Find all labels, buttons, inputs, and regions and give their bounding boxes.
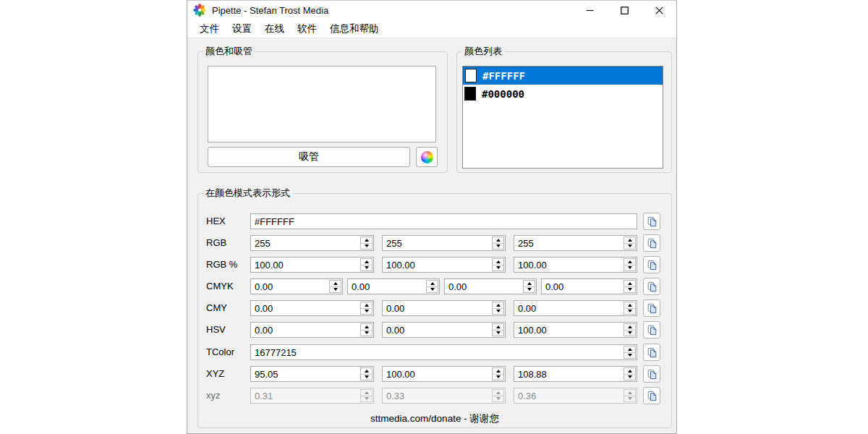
hsv-s-input[interactable] <box>383 323 491 337</box>
spin-down-icon[interactable] <box>361 265 372 271</box>
spin-down-icon[interactable] <box>493 309 503 315</box>
maximize-button[interactable] <box>607 1 642 20</box>
xyz-x-field[interactable] <box>250 366 374 382</box>
cmy-y-field[interactable] <box>514 300 637 316</box>
rgb-r-input[interactable] <box>251 236 359 250</box>
cmyk-m-input[interactable] <box>348 279 425 294</box>
hsv-h-input[interactable] <box>251 323 359 337</box>
spin-down-icon[interactable] <box>624 244 635 250</box>
spinner[interactable] <box>329 280 341 293</box>
spin-up-icon[interactable] <box>493 259 503 265</box>
spin-up-icon[interactable] <box>493 324 503 331</box>
xyz-z-field[interactable] <box>514 366 637 382</box>
spin-up-icon[interactable] <box>361 237 372 244</box>
spin-down-icon[interactable] <box>624 287 635 293</box>
spin-down-icon[interactable] <box>624 353 635 359</box>
spin-up-icon[interactable] <box>624 346 635 353</box>
copy-button-rgb-percent[interactable] <box>643 256 660 273</box>
spin-up-icon[interactable] <box>624 324 635 331</box>
copy-button-rgb[interactable] <box>643 234 660 252</box>
cmy-c-field[interactable] <box>250 300 374 316</box>
spin-up-icon[interactable] <box>361 368 372 375</box>
rgbp-r-input[interactable] <box>251 258 359 272</box>
spin-down-icon[interactable] <box>624 309 635 315</box>
spin-down-icon[interactable] <box>624 265 635 271</box>
spinner[interactable] <box>492 367 504 380</box>
spinner[interactable] <box>624 280 636 293</box>
spinner[interactable] <box>624 367 636 380</box>
cmy-m-field[interactable] <box>382 300 506 316</box>
list-item[interactable]: #000000 <box>463 85 663 103</box>
hsv-v-input[interactable] <box>514 323 623 337</box>
cmy-m-input[interactable] <box>383 301 491 315</box>
spinner[interactable] <box>360 258 373 271</box>
spin-up-icon[interactable] <box>624 237 635 244</box>
rgbp-b-input[interactable] <box>514 258 623 272</box>
rgb-b-input[interactable] <box>514 236 623 250</box>
spin-up-icon[interactable] <box>624 368 635 375</box>
copy-button-tcolor[interactable] <box>643 344 660 361</box>
spin-down-icon[interactable] <box>624 375 635 380</box>
spin-down-icon[interactable] <box>427 287 438 293</box>
spin-up-icon[interactable] <box>524 281 535 287</box>
spinner[interactable] <box>492 302 504 315</box>
spin-up-icon[interactable] <box>361 259 372 265</box>
spinner[interactable] <box>360 323 373 336</box>
spinner[interactable] <box>624 237 636 250</box>
spin-up-icon[interactable] <box>624 281 635 287</box>
rgb-g-input[interactable] <box>383 236 491 250</box>
menu-item-online[interactable]: 在线 <box>265 22 284 35</box>
pipette-button[interactable]: 吸管 <box>208 147 410 167</box>
spinner[interactable] <box>426 280 438 293</box>
close-button[interactable] <box>642 1 676 20</box>
spin-up-icon[interactable] <box>361 302 372 309</box>
spin-down-icon[interactable] <box>493 331 503 336</box>
spin-down-icon[interactable] <box>361 331 372 336</box>
spinner[interactable] <box>492 323 504 336</box>
spin-down-icon[interactable] <box>624 331 635 336</box>
spin-down-icon[interactable] <box>330 287 341 293</box>
tcolor-field[interactable] <box>250 344 637 360</box>
copy-button-cmy[interactable] <box>643 299 660 317</box>
copy-button-hex[interactable] <box>643 213 660 230</box>
cmyk-y-input[interactable] <box>445 279 522 294</box>
titlebar[interactable]: Pipette - Stefan Trost Media <box>187 1 676 20</box>
spinner[interactable] <box>360 367 373 380</box>
spinner[interactable] <box>492 258 504 271</box>
tcolor-input[interactable] <box>251 345 623 359</box>
color-dialog-button[interactable] <box>416 147 438 167</box>
spin-up-icon[interactable] <box>427 281 438 287</box>
hsv-s-field[interactable] <box>382 322 506 338</box>
spin-down-icon[interactable] <box>493 244 503 250</box>
xyz-x-input[interactable] <box>251 367 359 381</box>
cmyk-m-field[interactable] <box>347 278 440 294</box>
hex-field[interactable] <box>250 213 637 229</box>
cmyk-y-field[interactable] <box>444 278 537 294</box>
spinner[interactable] <box>624 258 636 271</box>
copy-button-cmyk[interactable] <box>643 278 660 295</box>
minimize-button[interactable] <box>572 1 607 20</box>
spin-up-icon[interactable] <box>624 259 635 265</box>
hsv-v-field[interactable] <box>514 322 637 338</box>
rgbp-g-field[interactable] <box>382 257 506 273</box>
rgb-b-field[interactable] <box>514 235 637 251</box>
cmy-c-input[interactable] <box>251 301 359 315</box>
spin-up-icon[interactable] <box>493 368 503 375</box>
rgbp-g-input[interactable] <box>383 258 491 272</box>
cmy-y-input[interactable] <box>514 301 623 315</box>
xyz-z-input[interactable] <box>514 367 623 381</box>
spin-down-icon[interactable] <box>361 309 372 315</box>
cmyk-k-input[interactable] <box>542 279 623 294</box>
spinner[interactable] <box>624 323 636 336</box>
menu-item-software[interactable]: 软件 <box>297 22 317 35</box>
spin-down-icon[interactable] <box>493 375 503 380</box>
spinner[interactable] <box>492 237 504 250</box>
spin-down-icon[interactable] <box>361 375 372 380</box>
hex-input[interactable] <box>251 214 637 229</box>
cmyk-c-input[interactable] <box>251 279 328 294</box>
spinner[interactable] <box>360 302 373 315</box>
copy-button-xyz-lower[interactable] <box>643 387 660 404</box>
spin-up-icon[interactable] <box>493 237 503 244</box>
spinner[interactable] <box>360 237 373 250</box>
copy-button-hsv[interactable] <box>643 321 660 339</box>
